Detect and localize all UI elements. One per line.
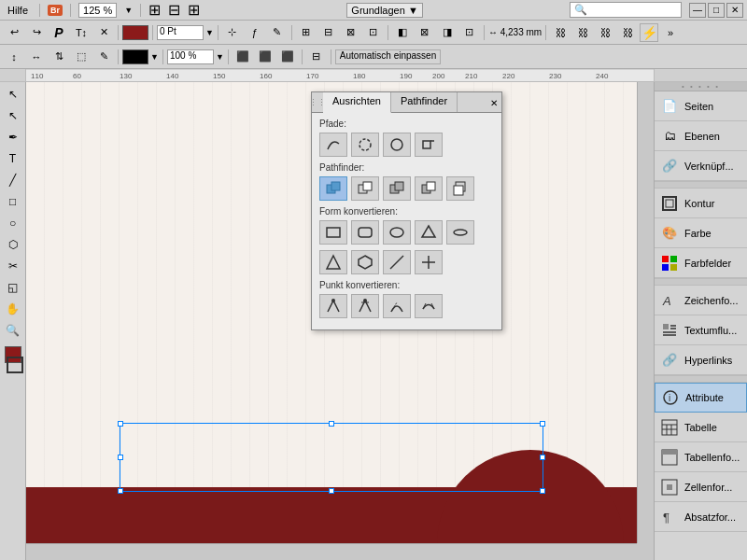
zoom-input[interactable]: 125 %	[78, 3, 117, 18]
tool-chain4[interactable]: ⛓	[617, 23, 638, 42]
handle-tm[interactable]	[329, 421, 334, 427]
handle-tl[interactable]	[118, 421, 123, 427]
form-btn-roundrect[interactable]	[351, 220, 379, 245]
win-close[interactable]: ✕	[726, 3, 743, 18]
color-swatch-black[interactable]	[122, 49, 148, 64]
tab-ausrichten[interactable]: Ausrichten	[323, 92, 391, 113]
color-swatch-red[interactable]	[122, 25, 148, 40]
rp-farbfelder[interactable]: Farbfelder	[655, 248, 747, 278]
selection-box[interactable]	[120, 423, 543, 492]
tool-arrow[interactable]: ↩	[4, 23, 24, 42]
tool-pen[interactable]: ✒	[3, 127, 23, 147]
tool-func[interactable]: ƒ	[245, 23, 265, 42]
tool-zoom[interactable]: 🔍	[3, 320, 23, 341]
rp-seiten[interactable]: 📄 Seiten	[655, 91, 747, 121]
tool-redo[interactable]: ↪	[26, 23, 47, 42]
form-btn-rect[interactable]	[319, 220, 347, 245]
percent-input[interactable]: 100 %	[167, 49, 214, 64]
zoom-dropdown-icon[interactable]: ▼	[124, 6, 133, 15]
punkt-btn-1[interactable]	[319, 294, 347, 318]
rp-hyperlinks[interactable]: 🔗 Hyperlinks	[655, 345, 747, 375]
color-dropdown[interactable]: ▼	[150, 52, 159, 62]
tool-w2[interactable]: ⊠	[415, 23, 435, 42]
handle-tr[interactable]	[540, 421, 545, 427]
tool-ellipse[interactable]: ○	[3, 213, 23, 233]
pathfinder-btn-2[interactable]	[351, 176, 379, 201]
pfade-btn-3[interactable]	[383, 133, 411, 157]
pfade-btn-1[interactable]	[319, 133, 347, 157]
tool-x1[interactable]: ✕	[93, 23, 114, 42]
search-box[interactable]: 🔍	[570, 2, 682, 18]
tool-line[interactable]: ╱	[3, 170, 23, 190]
rp-absatzfor[interactable]: ¶ Absatzfor...	[655, 502, 747, 532]
tool-align3[interactable]: ⬛	[277, 48, 298, 66]
tool-r3[interactable]: ⇅	[49, 48, 69, 66]
rp-ebenen[interactable]: 🗂 Ebenen	[655, 121, 747, 151]
rp-verknupf[interactable]: 🔗 Verknüpf...	[655, 151, 747, 181]
handle-br[interactable]	[540, 488, 545, 494]
tool-align2[interactable]: ⬛	[255, 48, 275, 66]
tool-type[interactable]: T↕	[71, 23, 92, 42]
rp-tabellenfo[interactable]: Tabellenfo...	[655, 442, 747, 472]
view-icon-1[interactable]: ⊞	[148, 1, 161, 19]
tool-grid4[interactable]: ⊡	[363, 23, 384, 42]
rp-kontur[interactable]: Kontur	[655, 189, 747, 218]
tool-rect[interactable]: □	[3, 191, 23, 212]
form-btn-line[interactable]	[383, 250, 411, 274]
tool-p[interactable]: P	[49, 23, 69, 42]
rp-textumflu[interactable]: Textumflu...	[655, 315, 747, 345]
win-minimize[interactable]: —	[689, 3, 706, 18]
pathfinder-btn-3[interactable]	[383, 176, 411, 201]
rp-attribute[interactable]: i Attribute	[655, 383, 747, 413]
handle-ml[interactable]	[118, 455, 123, 460]
tool-chain1[interactable]: ⛓	[550, 23, 571, 42]
punkt-btn-4[interactable]	[415, 294, 443, 318]
tool-extra[interactable]: »	[660, 23, 681, 42]
form-btn-cross[interactable]	[415, 250, 443, 274]
tool-wrap1[interactable]: ⊟	[306, 48, 327, 66]
stroke-color[interactable]	[7, 357, 23, 373]
pfade-btn-4[interactable]	[415, 133, 443, 157]
win-maximize[interactable]: □	[708, 3, 725, 18]
tool-text[interactable]: T	[3, 148, 23, 169]
tool-r4[interactable]: ⬚	[71, 48, 92, 66]
tool-chain2[interactable]: ⛓	[572, 23, 593, 42]
tool-direct[interactable]: ↖	[3, 105, 23, 126]
form-btn-hexagon[interactable]	[351, 250, 379, 274]
pt-input[interactable]: 0 Pt	[157, 25, 204, 40]
tool-align1[interactable]: ⬛	[233, 48, 253, 66]
tool-chain3[interactable]: ⛓	[595, 23, 615, 42]
view-icon-3[interactable]: ⊞	[188, 1, 200, 19]
handle-bm[interactable]	[329, 488, 334, 494]
panel-close-btn[interactable]: ✕	[486, 92, 501, 113]
panel-resize-grip[interactable]: ⋮⋮	[312, 92, 323, 113]
rp-farbe[interactable]: 🎨 Farbe	[655, 218, 747, 248]
tool-scissors[interactable]: ✂	[3, 256, 23, 276]
tool-r2[interactable]: ↔	[26, 48, 47, 66]
tool-cursor[interactable]: ⊹	[222, 23, 243, 42]
workspace-select[interactable]: Grundlagen ▼	[346, 3, 422, 18]
tool-r1[interactable]: ↕	[4, 48, 24, 66]
lightning-btn[interactable]: ⚡	[640, 23, 658, 42]
tab-pathfinder[interactable]: Pathfinder	[391, 92, 458, 112]
pathfinder-btn-1[interactable]	[319, 176, 347, 201]
tool-grid3[interactable]: ⊠	[341, 23, 361, 42]
pathfinder-btn-4[interactable]	[415, 176, 443, 201]
tool-w4[interactable]: ⊡	[459, 23, 480, 42]
scrollbar-horizontal[interactable]	[26, 543, 637, 560]
auto-fit-btn[interactable]: Automatisch einpassen	[335, 49, 441, 64]
punkt-btn-3[interactable]	[383, 294, 411, 318]
tool-w1[interactable]: ◧	[392, 23, 413, 42]
form-btn-triangle[interactable]	[319, 250, 347, 274]
view-icon-2[interactable]: ⊟	[168, 1, 180, 19]
scrollbar-vertical[interactable]	[637, 82, 654, 543]
tool-r5[interactable]: ✎	[93, 48, 114, 66]
menu-hilfe[interactable]: Hilfe	[4, 5, 32, 16]
rp-zeichenfo[interactable]: A Zeichenfo...	[655, 286, 747, 315]
tool-select[interactable]: ↖	[3, 84, 23, 105]
tool-edit[interactable]: ✎	[267, 23, 288, 42]
rp-zellenfor[interactable]: Zellenfor...	[655, 472, 747, 502]
tool-hand[interactable]: ✋	[3, 299, 23, 319]
rp-tabelle[interactable]: Tabelle	[655, 413, 747, 442]
form-btn-horiz-ellipse[interactable]	[446, 220, 474, 245]
